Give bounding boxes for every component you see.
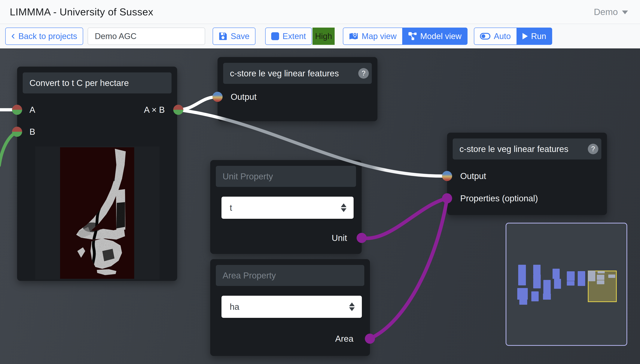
node-cstore-right[interactable]: c-store le veg linear features ? Output … — [447, 133, 607, 215]
port-output-label: Output — [460, 171, 486, 181]
area-select[interactable]: ha — [222, 296, 362, 318]
area-select-value: ha — [230, 302, 239, 312]
auto-toggle-button[interactable]: Auto — [474, 28, 516, 45]
run-group: Auto Run — [474, 28, 552, 45]
save-icon — [219, 32, 227, 40]
select-arrows-icon — [341, 204, 346, 212]
minimap-node — [567, 281, 574, 286]
extent-square-icon — [271, 32, 279, 40]
view-toggle-group: Map view Model view — [343, 28, 468, 45]
save-label: Save — [231, 32, 250, 41]
wire-axb-to-cstore-top — [178, 97, 218, 110]
minimap-node — [533, 274, 541, 280]
wire-input-b — [0, 132, 17, 166]
node-cstore-top[interactable]: c-store le veg linear features ? Output — [218, 57, 378, 121]
node-area-property[interactable]: Area Property ha Area — [210, 259, 370, 356]
minimap-node — [578, 271, 585, 286]
minimap-visible-node — [597, 275, 604, 280]
model-view-label: Model view — [420, 32, 462, 41]
save-button[interactable]: Save — [213, 28, 256, 45]
port-cstore-top-output[interactable] — [212, 92, 222, 102]
select-arrows-icon — [349, 302, 355, 311]
minimap-node — [552, 269, 560, 279]
port-properties-label: Properties (optional) — [460, 193, 538, 204]
minimap-node — [554, 279, 561, 289]
info-icon[interactable]: ? — [588, 144, 598, 154]
node-unit-property[interactable]: Unit Property t Unit — [210, 160, 362, 254]
wire-unit-to-properties — [362, 198, 447, 238]
model-canvas[interactable]: Convert to t C per hectare A B A × B — [0, 48, 640, 364]
raster-preview-container — [35, 146, 160, 280]
account-label: Demo — [594, 7, 618, 17]
minimap-node — [518, 265, 526, 286]
node-title-text: Convert to t C per hectare — [30, 78, 129, 88]
info-icon[interactable]: ? — [358, 68, 369, 78]
model-view-button[interactable]: Model view — [402, 28, 468, 45]
raster-preview-image — [60, 147, 134, 279]
page-title: LIMMMA - University of Sussex — [10, 6, 153, 18]
minimap-node — [567, 271, 575, 281]
minimap-visible-node — [597, 280, 604, 284]
port-cstore-right-properties[interactable] — [442, 193, 452, 204]
minimap-node — [519, 300, 527, 305]
project-name-input[interactable] — [88, 28, 205, 45]
port-a-input[interactable] — [12, 105, 22, 115]
chevron-down-icon — [622, 10, 628, 14]
minimap-node — [543, 280, 550, 294]
minimap-node — [533, 265, 540, 274]
node-title-input[interactable]: c-store le veg linear features ? — [223, 63, 372, 84]
minimap-visible-node — [598, 271, 604, 274]
minimap[interactable] — [506, 223, 627, 346]
port-axb-output[interactable] — [173, 105, 183, 115]
minimap-node — [543, 294, 551, 300]
minimap-node — [533, 279, 541, 288]
port-cstore-right-output[interactable] — [442, 171, 452, 181]
run-button[interactable]: Run — [516, 28, 552, 45]
node-title-placeholder: Unit Property — [222, 171, 273, 182]
header: LIMMMA - University of Sussex Demo — [0, 0, 640, 24]
wire-area-to-properties — [370, 198, 447, 339]
quality-high-button[interactable]: High — [312, 28, 335, 45]
minimap-visible-node — [588, 271, 596, 281]
node-title-input[interactable]: Area Property — [216, 265, 364, 286]
model-diagram-icon — [408, 32, 417, 40]
minimap-node — [531, 292, 538, 301]
map-view-label: Map view — [362, 32, 396, 41]
port-a-label: A — [30, 105, 35, 115]
map-icon — [349, 32, 358, 40]
run-label: Run — [531, 32, 546, 41]
back-to-projects-button[interactable]: ‹ Back to projects — [5, 28, 83, 45]
minimap-node — [517, 288, 528, 300]
play-icon — [522, 33, 528, 40]
account-menu[interactable]: Demo — [594, 7, 628, 17]
port-output-label: Output — [231, 92, 256, 102]
port-area-output[interactable] — [365, 334, 375, 344]
node-title-input[interactable]: Unit Property — [216, 166, 356, 187]
node-convert-to-tc-per-hectare[interactable]: Convert to t C per hectare A B A × B — [17, 66, 177, 281]
port-area-label: Area — [335, 334, 354, 344]
port-b-label: B — [30, 127, 35, 137]
extent-label: Extent — [282, 32, 306, 41]
node-title-placeholder: Area Property — [222, 270, 276, 280]
unit-select-value: t — [230, 203, 232, 213]
extent-button[interactable]: Extent — [265, 28, 312, 45]
node-title-input[interactable]: Convert to t C per hectare — [23, 72, 172, 94]
port-axb-label: A × B — [144, 105, 165, 115]
minimap-visible-node — [608, 274, 615, 278]
toolbar: ‹ Back to projects Save Extent High Map … — [0, 24, 640, 48]
back-to-projects-label: Back to projects — [18, 32, 77, 41]
quality-high-label: High — [315, 32, 332, 41]
map-view-button[interactable]: Map view — [343, 28, 402, 45]
port-b-input[interactable] — [12, 127, 22, 137]
port-unit-label: Unit — [332, 233, 347, 243]
unit-select[interactable]: t — [222, 197, 354, 219]
node-title-text: c-store le veg linear features — [460, 144, 568, 154]
port-unit-output[interactable] — [356, 233, 367, 243]
node-title-text: c-store le veg linear features — [230, 68, 339, 78]
node-title-input[interactable]: c-store le veg linear features ? — [453, 138, 601, 160]
auto-toggle-icon — [480, 33, 490, 40]
auto-label: Auto — [494, 32, 511, 41]
